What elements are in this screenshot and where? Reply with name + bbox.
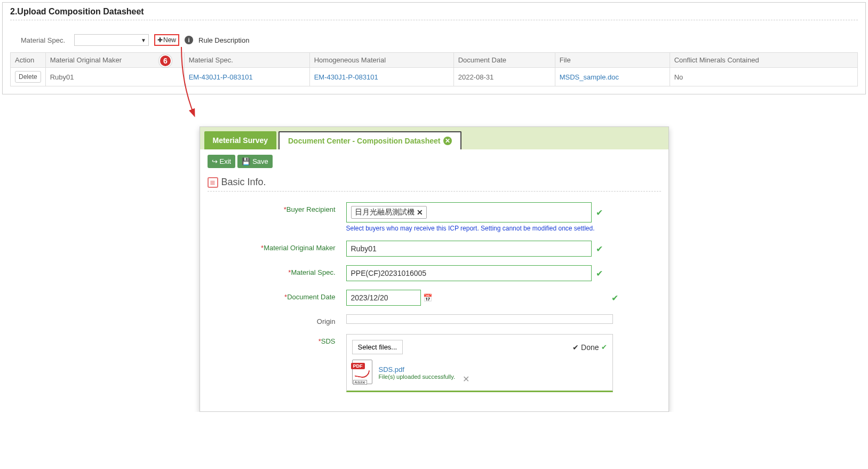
save-button[interactable]: 💾Save [237,155,273,168]
upload-done-status: ✔ Done ✔ [572,343,607,352]
check-icon: ✔ [601,343,607,351]
maker-input[interactable]: Ruby01 [346,241,592,257]
cell-maker: Ruby01 [45,68,184,86]
select-files-button[interactable]: Select files... [352,340,403,354]
label-origin: Origin [208,314,346,325]
label-spec: *Material Spec. [208,265,346,276]
remove-file-icon[interactable]: ✕ [463,374,469,384]
panel-title: 2.Upload Composition Datasheet [10,7,858,20]
cell-date: 2022-08-31 [453,68,555,86]
done-check-icon: ✔ [572,343,579,352]
upload-panel: 2.Upload Composition Datasheet Material … [2,2,866,94]
rule-description-link[interactable]: Rule Description [198,36,249,44]
buyer-chip: 日月光融易測試機 ✕ [351,206,427,219]
exit-button[interactable]: ↪Exit [208,155,236,168]
datasheet-table: Action Material Original Maker Material … [10,52,858,86]
new-button[interactable]: ✚New [154,34,179,46]
col-spec: Material Spec. [184,53,309,68]
check-icon: ✔ [596,268,603,279]
document-modal: Meterial Survey Document Center - Compos… [200,126,669,412]
check-icon: ✔ [596,244,603,254]
cell-conflict: No [670,68,857,86]
callout-badge: 6 [159,54,172,67]
material-spec-dropdown[interactable]: ▼ [74,34,149,46]
close-tab-icon[interactable]: ✕ [443,137,452,145]
check-icon: ✔ [596,208,603,218]
table-row: Delete Ruby01 EM-430J1-P-083101 EM-430J1… [11,68,858,86]
buyer-recipient-input[interactable]: 日月光融易測試機 ✕ [346,202,592,222]
col-date: Document Date [453,53,555,68]
label-sds: *SDS [208,334,346,345]
cell-spec-link[interactable]: EM-430J1-P-083101 [184,68,309,86]
tab-material-survey[interactable]: Meterial Survey [204,131,277,149]
caret-down-icon: ▼ [141,37,146,43]
modal-toolbar: ↪Exit 💾Save [208,155,661,168]
label-maker: *Material Original Maker [208,241,346,252]
spec-filter-row: Material Spec. ▼ ✚New i Rule Description [10,23,858,52]
info-icon[interactable]: i [185,36,193,44]
file-name-link[interactable]: SDS.pdf [379,365,455,373]
col-action: Action [11,53,46,68]
section-basic-info: ≣ Basic Info. [208,177,661,192]
remove-chip-icon[interactable]: ✕ [417,208,423,217]
save-icon: 💾 [242,157,250,165]
cell-file-link[interactable]: MSDS_sample.doc [555,68,670,86]
calendar-icon[interactable]: 📅 [423,293,432,302]
buyer-helper-text: Select buyers who may receive this ICP r… [346,225,661,232]
exit-icon: ↪ [212,157,218,165]
spec-label: Material Spec. [15,36,69,44]
delete-button[interactable]: Delete [15,71,41,83]
uploaded-file-row: PDF Adobe SDS.pdf File(s) uploaded succe… [352,360,607,385]
check-icon: ✔ [611,293,618,303]
file-status-text: File(s) uploaded successfully. [379,373,455,380]
tab-document-center[interactable]: Document Center - Composition Datasheet … [278,131,461,149]
list-icon: ≣ [208,177,218,188]
col-conflict: Conflict Minerals Contained [670,53,857,68]
sds-upload-block: Select files... ✔ Done ✔ PDF [346,334,613,392]
spec-input[interactable]: PPE(CF)20231016005 [346,265,592,281]
plus-icon: ✚ [157,36,163,44]
date-input[interactable]: 2023/12/20 [346,290,421,306]
pdf-file-icon: PDF Adobe [352,360,373,385]
label-buyer: *Buyer Recipient [208,202,346,213]
cell-homog-link[interactable]: EM-430J1-P-083101 [309,68,453,86]
label-date: *Document Date [208,290,346,301]
origin-input[interactable] [346,314,613,324]
modal-tab-bar: Meterial Survey Document Center - Compos… [200,127,668,149]
col-file: File [555,53,670,68]
col-homog: Homogeneous Material [309,53,453,68]
